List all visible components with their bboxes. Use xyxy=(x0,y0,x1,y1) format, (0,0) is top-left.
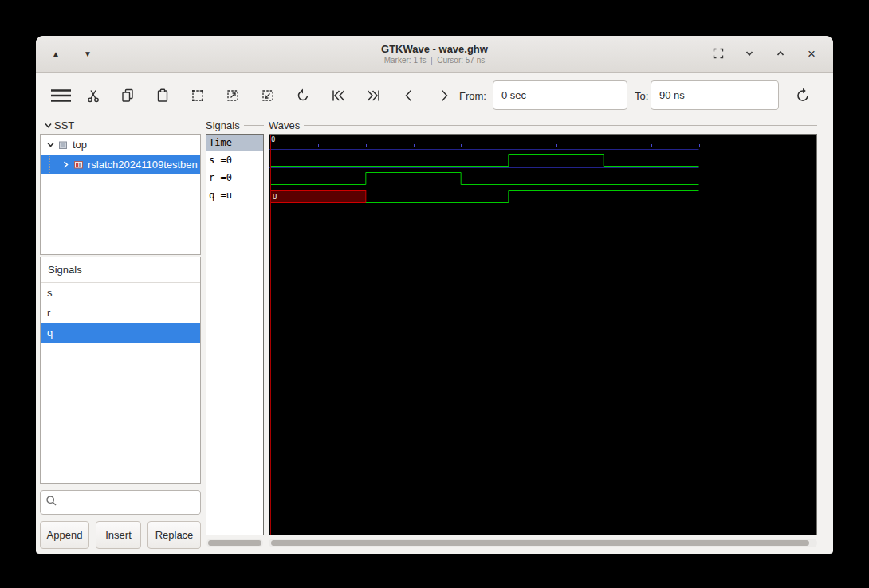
component-icon xyxy=(72,159,85,171)
skip-to-end-icon xyxy=(365,88,382,104)
tree-guide-line xyxy=(49,155,59,174)
chevron-right-icon[interactable] xyxy=(59,159,72,171)
search-icon xyxy=(45,495,57,510)
copy-icon xyxy=(120,88,136,104)
scrollbar-thumb[interactable] xyxy=(208,540,261,546)
undo-arrow-icon xyxy=(295,88,311,104)
scrollbar-thumb[interactable] xyxy=(271,540,809,546)
chevron-up-button[interactable] xyxy=(772,45,789,64)
signal-value-row-s[interactable]: s =0 xyxy=(206,151,263,169)
tree-item-label: rslatch20241109testben xyxy=(88,159,198,171)
chevron-down-icon[interactable] xyxy=(44,139,57,151)
step-back-button[interactable] xyxy=(395,82,423,109)
zoom-out-button[interactable] xyxy=(254,82,282,109)
to-time-input[interactable] xyxy=(651,80,779,110)
titlebar-right-controls: × xyxy=(710,36,820,72)
paste-button[interactable] xyxy=(148,82,177,109)
insert-button[interactable]: Insert xyxy=(96,521,141,549)
selection-box-icon xyxy=(190,88,206,104)
signal-search-input[interactable] xyxy=(61,496,202,508)
titlebar-left-controls: ▲ ▼ xyxy=(47,36,96,72)
tree-item-testbench[interactable]: rslatch20241109testben xyxy=(41,155,200,174)
tree-item-label: top xyxy=(73,139,87,151)
toolbar: From: To: xyxy=(36,73,833,118)
marker-cursor-status: Marker: 1 fs | Cursor: 57 ns xyxy=(381,56,488,65)
scissors-icon xyxy=(85,88,101,104)
sst-tree-panel[interactable]: top rslatch20241109testben xyxy=(40,134,201,255)
zoom-fit-button[interactable] xyxy=(183,82,212,109)
fullscreen-corners-icon xyxy=(713,48,724,61)
paste-clipboard-icon xyxy=(155,88,171,104)
signal-value-row-q[interactable]: q =u xyxy=(206,186,263,204)
zoom-in-button[interactable] xyxy=(218,82,247,109)
to-label: To: xyxy=(635,89,648,101)
chevron-up-icon xyxy=(776,49,785,60)
signals-list-header: Signals xyxy=(41,257,200,283)
undo-button[interactable] xyxy=(289,82,317,109)
waves-frame-header: Waves xyxy=(269,120,817,131)
waves-panel-label: Waves xyxy=(269,120,300,131)
window-title: GTKWave - wave.ghw xyxy=(381,43,488,55)
signal-search-box[interactable] xyxy=(40,490,201,515)
signal-value-row-r[interactable]: r =0 xyxy=(206,169,263,186)
cut-button[interactable] xyxy=(79,82,108,109)
sst-signals-panel[interactable]: Signals s r q xyxy=(40,257,201,484)
signal-list-item-s[interactable]: s xyxy=(41,283,200,303)
chevron-down-button[interactable] xyxy=(741,45,758,64)
waves-horizontal-scrollbar[interactable] xyxy=(269,539,817,547)
signals-panel-label: Signals xyxy=(206,120,240,131)
zoom-in-selection-icon xyxy=(225,88,241,104)
close-icon: × xyxy=(808,47,816,61)
time-column-header[interactable]: Time xyxy=(206,135,263,151)
from-label: From: xyxy=(459,89,486,101)
chevron-left-icon xyxy=(401,88,417,104)
triangle-down-icon: ▼ xyxy=(84,49,92,58)
sst-header[interactable]: SST xyxy=(41,120,198,131)
signals-horizontal-scrollbar[interactable] xyxy=(206,539,263,547)
chevron-right-icon xyxy=(436,88,452,104)
titlebar[interactable]: ▲ ▼ GTKWave - wave.ghw Marker: 1 fs | Cu… xyxy=(36,36,833,73)
signals-frame-header: Signals xyxy=(206,120,264,131)
go-to-start-button[interactable] xyxy=(324,82,352,109)
chevron-down-icon xyxy=(745,49,754,60)
reload-button[interactable] xyxy=(788,82,817,109)
desktop-background: ▲ ▼ GTKWave - wave.ghw Marker: 1 fs | Cu… xyxy=(0,0,869,588)
frame-line xyxy=(304,125,817,126)
wave-display-area[interactable]: 0U xyxy=(269,134,817,535)
module-chip-icon xyxy=(57,139,69,151)
signal-list-item-q[interactable]: q xyxy=(41,323,200,343)
shift-traces-down-button[interactable]: ▼ xyxy=(79,45,96,64)
frame-line xyxy=(244,125,264,126)
chevron-down-icon[interactable] xyxy=(41,120,54,132)
copy-button[interactable] xyxy=(113,82,142,109)
svg-text:0: 0 xyxy=(271,135,275,143)
sst-label: SST xyxy=(54,120,74,131)
waveform-canvas[interactable]: 0U xyxy=(269,135,816,535)
zoom-out-selection-icon xyxy=(260,88,276,104)
titlebar-title-area: GTKWave - wave.ghw Marker: 1 fs | Cursor… xyxy=(381,43,488,65)
append-button[interactable]: Append xyxy=(40,521,89,549)
go-to-end-button[interactable] xyxy=(359,82,387,109)
signal-list-item-r[interactable]: r xyxy=(41,303,200,323)
replace-button[interactable]: Replace xyxy=(147,521,201,549)
fullscreen-button[interactable] xyxy=(710,45,727,64)
skip-to-start-icon xyxy=(330,88,347,104)
triangle-up-icon: ▲ xyxy=(52,49,60,58)
gtkwave-window: ▲ ▼ GTKWave - wave.ghw Marker: 1 fs | Cu… xyxy=(36,36,833,554)
tree-item-top[interactable]: top xyxy=(41,135,200,155)
from-time-input[interactable] xyxy=(493,80,627,110)
signals-values-panel[interactable]: Time s =0 r =0 q =u xyxy=(206,134,264,535)
menu-button[interactable] xyxy=(44,82,77,109)
refresh-icon xyxy=(794,87,812,104)
shift-traces-up-button[interactable]: ▲ xyxy=(47,45,65,64)
close-button[interactable]: × xyxy=(803,45,820,64)
step-forward-button[interactable] xyxy=(430,82,458,109)
hamburger-menu-icon xyxy=(50,88,72,103)
svg-text:U: U xyxy=(273,193,277,201)
